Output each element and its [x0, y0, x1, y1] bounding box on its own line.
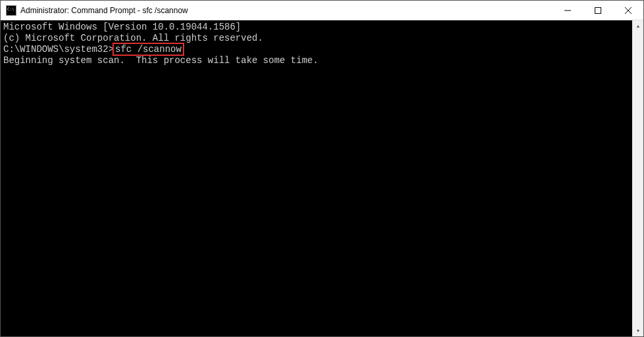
scroll-down-button[interactable]: ▾	[632, 325, 643, 336]
scrollbar[interactable]: ▴ ▾	[632, 20, 643, 336]
svg-rect-1	[595, 7, 601, 13]
command-prompt-window: Administrator: Command Prompt - sfc /sca…	[0, 0, 644, 337]
terminal-content[interactable]: Microsoft Windows [Version 10.0.19044.15…	[1, 20, 632, 336]
terminal-area: Microsoft Windows [Version 10.0.19044.15…	[1, 20, 643, 336]
command-highlight: sfc /scannow	[112, 43, 184, 56]
prompt-text: C:\WINDOWS\system32>	[3, 44, 114, 55]
window-title: Administrator: Command Prompt - sfc /sca…	[20, 6, 553, 15]
version-line: Microsoft Windows [Version 10.0.19044.15…	[3, 22, 630, 33]
cmd-icon	[6, 5, 16, 16]
copyright-line: (c) Microsoft Corporation. All rights re…	[3, 33, 630, 44]
window-controls	[553, 1, 643, 20]
minimize-button[interactable]	[553, 1, 583, 20]
scroll-track[interactable]	[632, 32, 643, 325]
status-line: Beginning system scan. This process will…	[3, 55, 630, 66]
titlebar[interactable]: Administrator: Command Prompt - sfc /sca…	[1, 1, 643, 20]
scroll-up-button[interactable]: ▴	[632, 20, 643, 32]
maximize-button[interactable]	[583, 1, 613, 20]
close-button[interactable]	[613, 1, 643, 20]
command-line: C:\WINDOWS\system32>sfc /scannow	[3, 44, 630, 55]
